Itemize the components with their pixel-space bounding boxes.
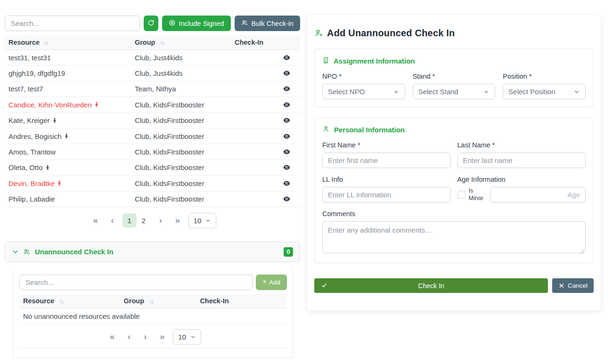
table-row: Oleta, OttoClub, KidsFirstbooster xyxy=(5,160,300,176)
unannounced-paginator: « ‹ › » 10 xyxy=(19,329,287,345)
count-badge: 0 xyxy=(284,247,293,257)
npo-label: NPO * xyxy=(322,73,405,80)
view-details-icon[interactable] xyxy=(283,69,291,77)
checkmark-icon xyxy=(321,282,327,289)
resource-name: Devin, Bradtke xyxy=(8,179,55,187)
resource-name: Candice, Kihn-VonRueden xyxy=(8,101,92,109)
group-cell: Club, Just4kids xyxy=(135,69,223,77)
include-signed-button[interactable]: Include Signed xyxy=(162,16,231,31)
column-group[interactable]: Group xyxy=(124,297,145,305)
unannounced-section-header[interactable]: Unannounced Check In 0 xyxy=(5,242,300,262)
comments-field[interactable] xyxy=(322,221,586,253)
view-details-icon[interactable] xyxy=(283,132,291,140)
sort-icon[interactable]: ↑↓ xyxy=(43,39,48,46)
personal-section-title: Personal Information xyxy=(334,126,405,134)
is-minor-label: Is Minor xyxy=(469,187,487,202)
unannounced-section-body: + Add Resource ↑↓ Group ↑↓ Check-In No u… xyxy=(13,269,293,358)
page-size-select[interactable]: 10 xyxy=(173,329,201,345)
view-details-icon[interactable] xyxy=(283,179,291,187)
bulk-checkin-label: Bulk Check-in xyxy=(252,20,294,27)
resource-name: test31, test31 xyxy=(8,54,51,62)
view-details-icon[interactable] xyxy=(283,116,291,124)
view-details-icon[interactable] xyxy=(283,101,291,109)
chevron-down-icon[interactable] xyxy=(12,248,19,255)
chevron-down-icon xyxy=(205,218,211,224)
next-page-button[interactable]: › xyxy=(155,214,167,227)
position-select[interactable]: Select Position xyxy=(503,84,586,99)
child-icon xyxy=(64,133,69,139)
table-row: test31, test31Club, Just4kids xyxy=(5,50,300,65)
last-page-button[interactable]: » xyxy=(155,330,169,344)
resource-name: ghjgh19, dfgdfg19 xyxy=(8,69,65,77)
first-name-label: First Name * xyxy=(322,141,451,149)
comments-label: Comments xyxy=(322,210,586,218)
resource-name: test7, test7 xyxy=(8,85,43,93)
age-field[interactable] xyxy=(490,187,586,202)
prev-page-button[interactable]: ‹ xyxy=(106,214,119,227)
column-resource[interactable]: Resource xyxy=(8,39,40,46)
group-cell: Club, KidsFirstbooster xyxy=(135,195,223,203)
toolbar: Include Signed Bulk Check-in xyxy=(5,16,300,31)
page-button-1[interactable]: 1 xyxy=(122,213,137,227)
is-minor-checkbox[interactable] xyxy=(457,191,465,199)
last-page-button[interactable]: » xyxy=(171,214,185,227)
table-row: Philip, LabadieClub, KidsFirstbooster xyxy=(5,192,300,207)
check-in-label: Check In xyxy=(418,282,444,290)
view-details-icon[interactable] xyxy=(283,85,291,93)
next-page-button[interactable]: › xyxy=(139,330,151,344)
page-size-select[interactable]: 10 xyxy=(188,213,217,228)
table-row: test7, test7Team, Nithya xyxy=(5,81,300,97)
prev-page-button[interactable]: ‹ xyxy=(123,330,135,344)
position-label: Position * xyxy=(503,73,586,80)
chevron-down-icon xyxy=(573,89,580,95)
ll-info-label: LL Info xyxy=(322,176,451,183)
view-details-icon[interactable] xyxy=(283,163,291,171)
first-page-button[interactable]: « xyxy=(89,214,103,227)
ll-info-field[interactable] xyxy=(322,187,451,202)
view-details-icon[interactable] xyxy=(283,148,291,156)
resource-name: Oleta, Otto xyxy=(8,163,43,171)
bulk-checkin-button[interactable]: Bulk Check-in xyxy=(235,16,300,31)
people-icon xyxy=(23,248,31,256)
stand-select[interactable]: Select Stand xyxy=(413,84,496,99)
search-input[interactable] xyxy=(5,16,140,31)
group-cell: Club, KidsFirstbooster xyxy=(135,179,223,187)
group-cell: Club, KidsFirstbooster xyxy=(135,116,223,124)
chevron-down-icon xyxy=(393,89,400,95)
sort-icon[interactable]: ↑↓ xyxy=(59,298,63,305)
divider xyxy=(19,348,287,348)
column-checkin: Check-In xyxy=(200,297,228,305)
check-in-button[interactable]: Check In xyxy=(314,278,548,293)
table-row: Kate, KreigerClub, KidsFirstbooster xyxy=(5,113,300,129)
age-information-label: Age Information xyxy=(457,176,586,183)
last-name-field[interactable] xyxy=(457,153,586,168)
view-details-icon[interactable] xyxy=(283,195,291,203)
child-icon xyxy=(94,101,99,108)
table-row: Amos, TrantowClub, KidsFirstbooster xyxy=(5,144,300,160)
resource-name: Kate, Kreiger xyxy=(8,116,50,124)
npo-select-value: Select NPO xyxy=(328,88,365,96)
column-resource[interactable]: Resource xyxy=(23,297,54,305)
page-button-2[interactable]: 2 xyxy=(137,213,151,227)
first-name-field[interactable] xyxy=(322,153,451,168)
sort-icon[interactable]: ↑↓ xyxy=(160,39,164,46)
cancel-button[interactable]: ✕ Cancel xyxy=(552,278,594,293)
resource-table: Resource ↑↓ Group ↑↓ Check-In test31, te… xyxy=(5,35,300,207)
view-details-icon[interactable] xyxy=(283,54,291,62)
first-page-button[interactable]: « xyxy=(105,330,119,344)
form-title-row: Add Unannounced Check In xyxy=(314,28,594,39)
npo-select[interactable]: Select NPO xyxy=(322,84,405,99)
page-title: Add Unannounced Check In xyxy=(327,28,455,39)
empty-message: No unannounced resources available xyxy=(19,308,287,324)
group-cell: Team, Nithya xyxy=(135,85,223,93)
table-row: ghjgh19, dfgdfg19Club, Just4kids xyxy=(5,65,300,81)
sort-icon[interactable]: ↑↓ xyxy=(149,298,153,305)
resource-panel: Include Signed Bulk Check-in Resource ↑↓… xyxy=(5,16,300,358)
unannounced-search-input[interactable] xyxy=(19,275,253,290)
page-size-value: 10 xyxy=(178,333,186,341)
refresh-button[interactable] xyxy=(144,16,158,31)
column-group[interactable]: Group xyxy=(135,39,155,46)
cancel-label: Cancel xyxy=(568,282,588,289)
last-name-label: Last Name * xyxy=(457,141,586,149)
add-button[interactable]: + Add xyxy=(256,275,287,290)
